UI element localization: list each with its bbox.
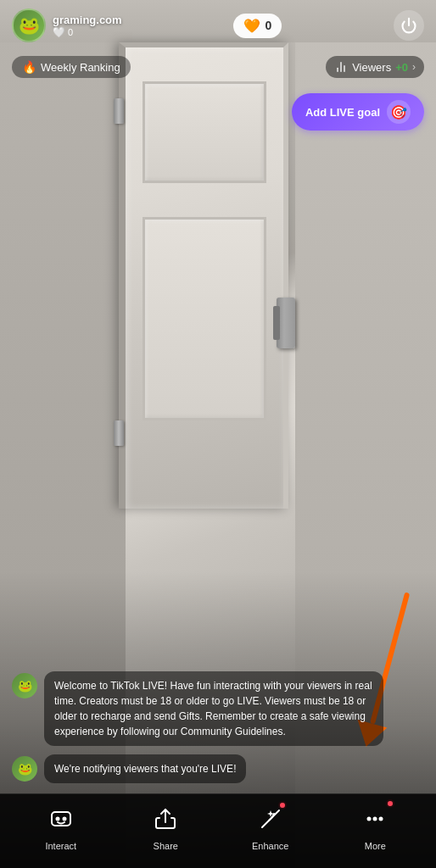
share-icon-wrap [148,801,183,837]
chat-area: 🐸 Welcome to TikTok LIVE! Have fun inter… [0,663,436,792]
door-hinge-bottom [114,420,124,446]
profile-section: 🐸 graming.com 🤍 0 [12,8,122,42]
chat-bubble-2: We're notifying viewers that you're LIVE… [44,754,246,783]
door-panel-top [143,81,266,183]
interact-icon [49,807,73,831]
target-icon: 🎯 [387,100,411,124]
likes-badge: 🧡 0 [233,14,282,38]
live-goal-button[interactable]: Add LIVE goal 🎯 [292,93,424,131]
fire-icon: 🔥 [22,60,36,74]
share-label: Share [154,841,178,851]
chat-avatar-2: 🐸 [12,756,37,782]
viewers-label: Viewers [352,61,391,74]
enhance-badge [278,801,287,810]
svg-point-7 [367,817,372,821]
interact-icon-wrap [43,801,79,837]
chat-bubble-1: Welcome to TikTok LIVE! Have fun interac… [44,671,383,746]
door-panel-bottom [143,217,266,420]
more-badge [386,799,394,808]
interact-label: Interact [45,841,76,851]
likes-heart-icon: 🧡 [243,18,260,34]
chat-message-2: 🐸 We're notifying viewers that you're LI… [12,754,424,783]
enhance-icon [259,807,282,831]
profile-info: graming.com 🤍 0 [53,14,122,38]
interact-action[interactable]: Interact [36,801,87,851]
svg-point-8 [373,817,377,821]
heart-count: 🤍 0 [53,26,122,38]
svg-point-5 [56,818,59,821]
heart-icon: 🤍 [53,26,65,38]
door [119,42,288,509]
more-action[interactable]: More [349,801,400,851]
chevron-right-icon: › [412,61,416,73]
door-handle [277,298,295,348]
viewers-count: +0 [395,61,408,74]
door-hinge-top [114,98,124,124]
bottom-bar: Interact Share Enhance [0,793,436,868]
more-label: More [365,841,386,851]
live-goal-label: Add LIVE goal [305,106,380,119]
share-action[interactable]: Share [140,801,191,851]
power-button[interactable] [394,10,424,41]
likes-count: 0 [265,19,271,32]
ranking-label: Weekly Ranking [41,61,120,74]
ranking-badge[interactable]: 🔥 Weekly Ranking [12,56,131,78]
more-icon [363,807,387,831]
second-row: 🔥 Weekly Ranking Viewers +0 › [0,51,436,83]
chat-avatar-1: 🐸 [12,673,37,698]
avatar: 🐸 [12,8,46,42]
enhance-label: Enhance [252,841,288,851]
svg-point-9 [379,817,383,821]
chat-message-1: 🐸 Welcome to TikTok LIVE! Have fun inter… [12,671,424,746]
more-icon-wrap [357,801,393,837]
top-bar: 🐸 graming.com 🤍 0 🧡 0 [0,0,436,51]
share-icon [154,807,177,831]
enhance-icon-wrap [253,801,288,837]
svg-point-6 [63,818,65,821]
username-label: graming.com [53,14,122,26]
viewers-badge[interactable]: Viewers +0 › [326,56,424,78]
enhance-action[interactable]: Enhance [245,801,296,851]
